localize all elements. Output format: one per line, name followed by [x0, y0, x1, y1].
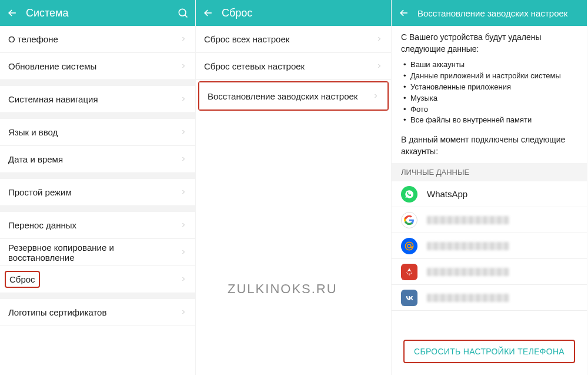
row-label: Простой режим [8, 187, 72, 197]
row-label: Перенос данных [8, 220, 76, 230]
svg-point-1 [405, 242, 413, 250]
settings-row[interactable]: Системная навигация [0, 86, 195, 113]
row-label: Язык и ввод [8, 127, 58, 137]
intro-text: С Вашего устройства будут удалены следую… [401, 32, 577, 55]
reset-phone-button[interactable]: СБРОСИТЬ НАСТРОЙКИ ТЕЛЕФОНА [403, 340, 575, 363]
chevron-right-icon [180, 34, 187, 44]
account-row[interactable]: WhatsApp [392, 181, 587, 207]
highlighted-label: Сброс [5, 271, 40, 288]
row-label: Системная навигация [8, 94, 98, 104]
account-label-blurred [427, 242, 509, 250]
huawei-icon [401, 264, 417, 280]
header: Восстановление заводских настроек [392, 0, 587, 26]
chevron-right-icon [376, 34, 383, 44]
settings-list: О телефонеОбновление системыСистемная на… [0, 26, 195, 326]
settings-row[interactable]: Резервное копирование и восстановление [0, 239, 195, 266]
section-label: ЛИЧНЫЕ ДАННЫЕ [392, 163, 587, 181]
chevron-right-icon [180, 307, 187, 317]
settings-row[interactable]: О телефоне [0, 26, 195, 53]
vk-icon [401, 290, 417, 306]
row-label: Обновление системы [8, 61, 96, 71]
back-icon[interactable] [6, 6, 19, 19]
row-label: О телефоне [8, 34, 58, 44]
row-label: Сброс сетевых настроек [204, 61, 305, 71]
header: Сброс [196, 0, 391, 26]
settings-row[interactable]: Простой режим [0, 179, 195, 206]
chevron-right-icon [180, 187, 187, 197]
back-icon[interactable] [202, 6, 215, 19]
chevron-right-icon [376, 61, 383, 71]
bullet-item: Ваши аккаунты [403, 59, 577, 71]
bullet-item: Данные приложений и настройки системы [403, 71, 577, 82]
bullet-item: Установленные приложения [403, 82, 577, 93]
svg-point-2 [407, 244, 411, 248]
row-label: Дата и время [8, 154, 63, 164]
settings-row[interactable]: Перенос данных [0, 212, 195, 239]
chevron-right-icon [180, 127, 187, 137]
google-icon [401, 212, 417, 228]
chevron-right-icon [180, 247, 187, 257]
chevron-right-icon [180, 61, 187, 71]
reset-option-row[interactable]: Восстановление заводских настроек [199, 82, 387, 109]
chevron-right-icon [180, 220, 187, 230]
whatsapp-icon [401, 186, 417, 203]
bullet-item: Все файлы во внутренней памяти [403, 115, 577, 126]
deletion-list: Ваши аккаунтыДанные приложений и настрой… [401, 59, 577, 126]
account-label-blurred [427, 216, 509, 224]
panel-reset: Сброс Сброс всех настроекСброс сетевых н… [196, 0, 392, 375]
settings-row[interactable]: Логотипы сертификатов [0, 299, 195, 326]
watermark-text: ZULKINOKS.RU [228, 281, 338, 297]
reset-button-container: СБРОСИТЬ НАСТРОЙКИ ТЕЛЕФОНА [392, 340, 587, 363]
account-row[interactable] [392, 233, 587, 259]
header: Система [0, 0, 195, 26]
panel-system: Система О телефонеОбновление системыСист… [0, 0, 196, 375]
header-title: Сброс [215, 7, 252, 19]
accounts-intro: В данный момент подключены следующие акк… [401, 134, 577, 157]
back-icon[interactable] [397, 6, 410, 19]
search-icon[interactable] [176, 6, 189, 19]
bullet-item: Фото [403, 104, 577, 115]
account-row[interactable] [392, 285, 587, 311]
row-label: Резервное копирование и восстановление [8, 243, 180, 263]
accounts-list: WhatsApp [392, 181, 587, 311]
chevron-right-icon [372, 91, 379, 101]
chevron-right-icon [180, 154, 187, 164]
chevron-right-icon [180, 94, 187, 104]
reset-description: С Вашего устройства будут удалены следую… [392, 26, 587, 157]
panel-factory-reset: Восстановление заводских настроек С Ваше… [392, 0, 587, 375]
bullet-item: Музыка [403, 93, 577, 104]
account-row[interactable] [392, 259, 587, 285]
settings-row[interactable]: Язык и ввод [0, 119, 195, 146]
header-title: Восстановление заводских настроек [410, 8, 567, 18]
row-label: Логотипы сертификатов [8, 307, 106, 317]
account-label-blurred [427, 294, 509, 302]
reset-option-row[interactable]: Сброс всех настроек [196, 26, 391, 53]
highlighted-row: Восстановление заводских настроек [198, 81, 389, 111]
settings-row[interactable]: Дата и время [0, 146, 195, 173]
row-label: Сброс всех настроек [204, 34, 289, 44]
svg-point-0 [179, 9, 186, 16]
row-label: Восстановление заводских настроек [208, 91, 358, 101]
reset-list: Сброс всех настроекСброс сетевых настрое… [196, 26, 391, 111]
account-label-blurred [427, 268, 509, 276]
settings-row[interactable]: Сброс [0, 266, 195, 293]
account-row[interactable] [392, 207, 587, 233]
reset-option-row[interactable]: Сброс сетевых настроек [196, 53, 391, 80]
mailru-icon [401, 238, 417, 254]
settings-row[interactable]: Обновление системы [0, 53, 195, 80]
chevron-right-icon [180, 274, 187, 284]
account-label: WhatsApp [427, 189, 467, 199]
header-title: Система [19, 7, 69, 19]
